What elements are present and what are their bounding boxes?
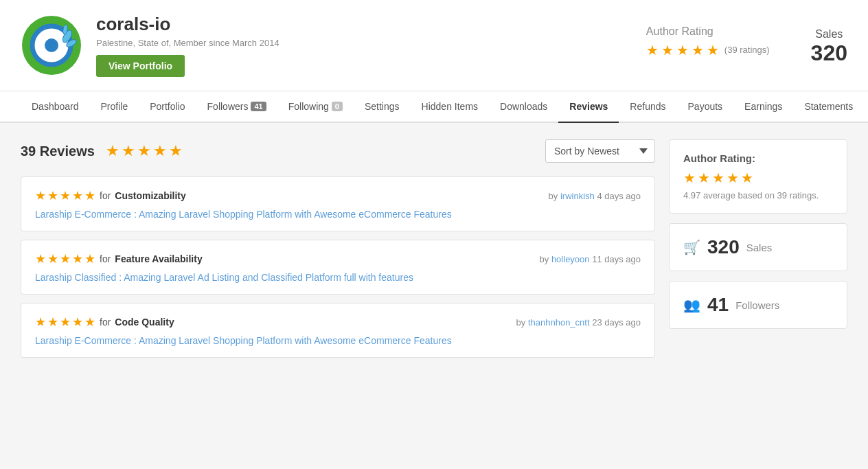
review-1-category: Feature Availability xyxy=(115,253,202,264)
review-1-author[interactable]: holleyoon xyxy=(551,254,590,264)
sidebar-avg-text: 4.97 average based on 39 ratings. xyxy=(683,190,833,201)
sidebar-sales-count: 320 xyxy=(707,236,740,258)
sales-count: 320 xyxy=(811,41,847,66)
review-1-star-3: ★ xyxy=(72,251,83,266)
nav-item-portfolio[interactable]: Portfolio xyxy=(139,91,196,123)
review-0-category: Customizability xyxy=(115,190,185,201)
star-3: ★ xyxy=(676,42,689,58)
star-5: ★ xyxy=(707,42,719,58)
nav-item-downloads[interactable]: Downloads xyxy=(489,91,558,123)
author-rating-stars: ★ ★ ★ ★ ★ (39 ratings) xyxy=(646,42,770,58)
nav-badge-following: 0 xyxy=(332,102,343,111)
review-2-for: for xyxy=(100,317,111,328)
followers-icon: 👥 xyxy=(683,297,700,313)
star-4: ★ xyxy=(692,42,704,58)
review-1-for: for xyxy=(100,253,111,264)
svg-point-2 xyxy=(45,38,58,52)
reviews-header: 39 Reviews ★ ★ ★ ★ ★ Sort by NewestSort … xyxy=(21,139,655,163)
review-0-star-2: ★ xyxy=(60,188,71,203)
header-stats: Author Rating ★ ★ ★ ★ ★ (39 ratings) Sal… xyxy=(646,25,847,66)
review-0-meta: by irwinkish 4 days ago xyxy=(549,191,641,201)
star-2: ★ xyxy=(661,42,674,58)
review-2-category: Code Quality xyxy=(115,317,174,328)
author-rating-section: Author Rating ★ ★ ★ ★ ★ (39 ratings) xyxy=(646,25,770,58)
s-star-1: ★ xyxy=(683,170,696,186)
followers-stat: 👥 41 Followers xyxy=(683,294,833,316)
view-portfolio-button[interactable]: View Portfolio xyxy=(96,55,185,77)
sort-select[interactable]: Sort by NewestSort by OldestSort by Rati… xyxy=(545,139,655,163)
review-2-star-1: ★ xyxy=(47,314,58,330)
author-rating-label: Author Rating xyxy=(646,25,770,38)
review-2-star-0: ★ xyxy=(35,314,46,330)
sales-card: 🛒 320 Sales xyxy=(669,223,847,271)
review-1-star-4: ★ xyxy=(84,251,95,266)
nav-item-earnings[interactable]: Earnings xyxy=(733,91,793,123)
s-star-2: ★ xyxy=(698,170,710,186)
rev-star-4: ★ xyxy=(153,142,167,160)
nav-bar: DashboardProfilePortfolioFollowers41Foll… xyxy=(0,91,868,123)
header: corals-io Palestine, State of, Member si… xyxy=(0,0,868,91)
author-rating-card: Author Rating: ★ ★ ★ ★ ★ 4.97 average ba… xyxy=(669,139,847,214)
nav-item-profile[interactable]: Profile xyxy=(90,91,139,123)
sidebar-followers-count: 41 xyxy=(707,294,729,316)
nav-badge-followers: 41 xyxy=(251,102,266,111)
review-2-star-2: ★ xyxy=(60,314,71,330)
review-0-star-3: ★ xyxy=(72,188,83,203)
ratings-count: (39 ratings) xyxy=(724,45,770,55)
review-card-2: ★★★★★forCode Qualityby thanhnhon_cntt 23… xyxy=(21,303,655,358)
nav-item-dashboard[interactable]: Dashboard xyxy=(21,91,90,123)
rev-star-3: ★ xyxy=(137,142,151,160)
sidebar-rating-label: Author Rating: xyxy=(683,152,833,164)
sales-section: Sales 320 xyxy=(811,25,847,66)
followers-card: 👥 41 Followers xyxy=(669,281,847,329)
review-card-0: ★★★★★forCustomizabilityby irwinkish 4 da… xyxy=(21,176,655,231)
review-0-star-4: ★ xyxy=(84,188,95,203)
rev-star-1: ★ xyxy=(106,142,119,160)
review-card-1: ★★★★★forFeature Availabilityby holleyoon… xyxy=(21,240,655,295)
rev-star-5: ★ xyxy=(169,142,183,160)
sidebar-followers-label: Followers xyxy=(735,299,779,311)
review-2-star-4: ★ xyxy=(84,314,95,330)
username: corals-io xyxy=(96,14,619,35)
location-member: Palestine, State of, Member since March … xyxy=(96,38,619,48)
reviews-title: 39 Reviews xyxy=(21,144,95,159)
review-0-star-1: ★ xyxy=(47,188,58,203)
review-2-star-3: ★ xyxy=(72,314,83,330)
review-2-author[interactable]: thanhnhon_cntt xyxy=(528,317,590,328)
nav-item-payouts[interactable]: Payouts xyxy=(677,91,734,123)
review-1-meta: by holleyoon 11 days ago xyxy=(540,254,641,264)
user-avatar xyxy=(21,14,82,76)
cart-icon: 🛒 xyxy=(683,239,700,255)
review-0-link[interactable]: Laraship E-Commerce : Amazing Laravel Sh… xyxy=(35,209,452,220)
nav-item-refunds[interactable]: Refunds xyxy=(619,91,676,123)
sidebar-sales-label: Sales xyxy=(746,242,773,253)
review-1-star-0: ★ xyxy=(35,251,46,266)
review-2-link[interactable]: Laraship E-Commerce : Amazing Laravel Sh… xyxy=(35,335,452,346)
review-1-star-1: ★ xyxy=(47,251,58,266)
nav-item-reviews[interactable]: Reviews xyxy=(558,91,619,123)
review-0-author[interactable]: irwinkish xyxy=(560,191,595,201)
nav-item-settings[interactable]: Settings xyxy=(354,91,411,123)
review-cards: ★★★★★forCustomizabilityby irwinkish 4 da… xyxy=(21,176,655,358)
main-content: 39 Reviews ★ ★ ★ ★ ★ Sort by NewestSort … xyxy=(0,123,868,382)
review-1-link[interactable]: Laraship Classified : Amazing Laravel Ad… xyxy=(35,272,413,283)
reviews-stars: ★ ★ ★ ★ ★ xyxy=(106,142,183,160)
s-star-5: ★ xyxy=(741,170,753,186)
sales-stat: 🛒 320 Sales xyxy=(683,236,833,258)
review-1-star-2: ★ xyxy=(60,251,71,266)
rev-star-2: ★ xyxy=(122,142,135,160)
review-2-meta: by thanhnhon_cntt 23 days ago xyxy=(516,317,641,328)
user-info: corals-io Palestine, State of, Member si… xyxy=(96,14,619,77)
review-0-for: for xyxy=(100,190,111,201)
reviews-column: 39 Reviews ★ ★ ★ ★ ★ Sort by NewestSort … xyxy=(21,139,655,366)
sales-label: Sales xyxy=(811,28,847,41)
sidebar: Author Rating: ★ ★ ★ ★ ★ 4.97 average ba… xyxy=(669,139,847,366)
nav-item-followers[interactable]: Followers41 xyxy=(196,91,277,123)
review-0-star-0: ★ xyxy=(35,188,46,203)
star-1: ★ xyxy=(646,42,659,58)
nav-item-statements[interactable]: Statements xyxy=(793,91,864,123)
s-star-3: ★ xyxy=(712,170,724,186)
nav-item-hidden-items[interactable]: Hidden Items xyxy=(411,91,489,123)
nav-item-following[interactable]: Following0 xyxy=(277,91,354,123)
sidebar-rating-stars: ★ ★ ★ ★ ★ xyxy=(683,170,833,186)
